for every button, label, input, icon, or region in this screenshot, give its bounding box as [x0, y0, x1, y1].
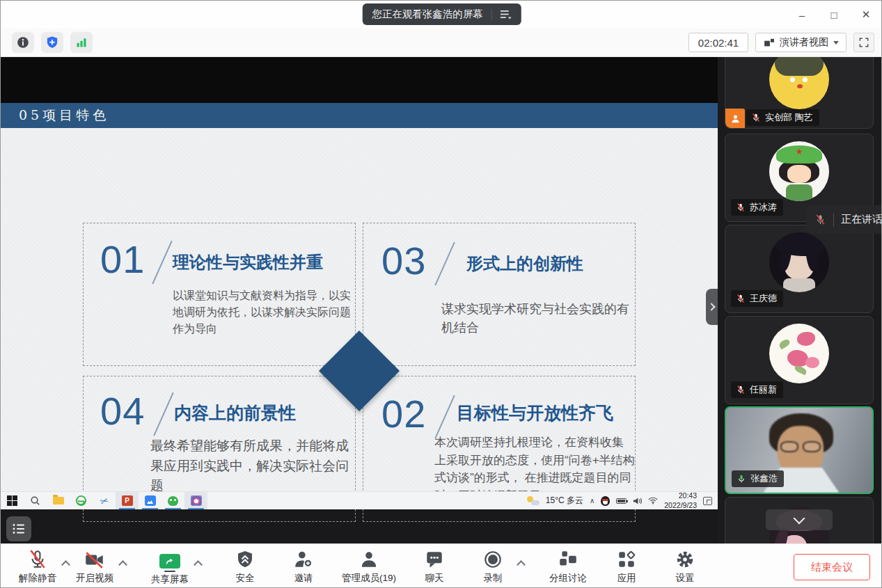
participant-tile-next[interactable] — [725, 497, 874, 543]
slide-body: 01 理论性与实践性并重 以课堂知识与文献资料为指导，以实地调研为依托，以谋求解… — [1, 128, 718, 491]
video-options-caret[interactable] — [115, 539, 130, 585]
apps-grid-icon — [616, 549, 637, 570]
chat-bubble-icon — [424, 549, 445, 570]
participant-tile-zhangxinhao[interactable]: 张鑫浩 — [725, 406, 874, 494]
meeting-app-button[interactable] — [139, 492, 162, 509]
mic-muted-icon — [736, 202, 746, 212]
end-meeting-button[interactable]: 结束会议 — [794, 554, 870, 580]
mic-muted-icon — [751, 113, 761, 122]
slide-header-title: 05项目特色 — [19, 106, 109, 125]
record-options-caret[interactable] — [513, 539, 528, 585]
screenshot-tool-button[interactable]: ✂ — [93, 492, 116, 509]
shared-desktop-taskbar: ✂ P 15°C 多云 ∧ — [1, 491, 718, 509]
view-mode-selector[interactable]: 演讲者视图 — [755, 33, 846, 52]
participant-tile-renlixin[interactable]: 任丽新 — [725, 316, 874, 404]
participant-tile-taoyi[interactable]: 实创部 陶艺 — [725, 57, 874, 129]
green-app-button[interactable] — [162, 492, 184, 509]
start-video-button[interactable]: 开启视频 — [74, 549, 115, 585]
notification-center-icon[interactable] — [703, 497, 712, 505]
avatar-art — [797, 332, 815, 346]
settings-button[interactable]: 设置 — [665, 549, 705, 585]
layout-icon — [763, 37, 775, 49]
feature-body: 最终希望能够有所成果，并能将成果应用到实践中，解决实际社会问题 — [150, 436, 352, 496]
signal-bars-icon — [74, 35, 88, 49]
audio-options-caret[interactable] — [58, 539, 73, 585]
avatar-art — [775, 57, 824, 76]
feature-body: 以课堂知识与文献资料为指导，以实地调研为依托，以谋求解决实际问题作为导向 — [173, 287, 352, 337]
network-quality-button[interactable] — [70, 32, 93, 53]
shield-plus-icon — [45, 35, 59, 49]
view-mode-label: 演讲者视图 — [780, 36, 828, 49]
participant-tile-wangqingde[interactable]: 王庆德 — [725, 225, 874, 313]
chevron-up-icon — [517, 560, 526, 569]
divider — [833, 213, 834, 227]
unmute-button[interactable]: 解除静音 — [17, 549, 58, 585]
file-explorer-button[interactable] — [47, 492, 70, 509]
browser-button[interactable] — [70, 492, 93, 509]
mic-muted-icon — [814, 214, 826, 225]
glasses-icon — [780, 441, 798, 452]
close-button[interactable]: ✕ — [859, 8, 873, 21]
manage-members-label: 管理成员(19) — [342, 572, 396, 585]
volume-icon[interactable] — [633, 497, 642, 505]
feature-title: 目标性与开放性齐飞 — [457, 402, 613, 424]
windows-logo-icon — [7, 495, 18, 507]
main-area: 05项目特色 01 理论性与实践性并重 以课堂知识与文献资料为指导，以实地调研为… — [1, 57, 882, 543]
clock[interactable]: 20:43 2022/9/23 — [664, 491, 697, 509]
qq-tray-icon[interactable] — [601, 496, 610, 506]
security-shield-button[interactable] — [41, 32, 63, 53]
viewing-banner[interactable]: 您正在观看张鑫浩的屏幕 — [362, 3, 521, 25]
clock-date: 2022/9/23 — [664, 501, 697, 510]
photos-app-button[interactable] — [184, 492, 207, 509]
weather-text[interactable]: 15°C 多云 — [546, 495, 583, 507]
minimize-button[interactable]: – — [795, 9, 809, 21]
viewing-banner-text: 您正在观看张鑫浩的屏幕 — [372, 8, 483, 21]
battery-icon[interactable] — [616, 498, 627, 504]
manage-members-button[interactable]: 管理成员(19) — [342, 549, 396, 585]
mic-muted-icon — [27, 549, 48, 570]
participant-name-chip: 任丽新 — [731, 381, 783, 398]
hidden-icons-chevron[interactable]: ∧ — [590, 497, 594, 504]
toolbar-left — [12, 32, 93, 53]
record-icon — [482, 549, 503, 570]
feature-box-01: 01 理论性与实践性并重 以课堂知识与文献资料为指导，以实地调研为依托，以谋求解… — [83, 223, 356, 366]
windows-start-button[interactable] — [1, 492, 24, 509]
participant-name-chip: 实创部 陶艺 — [746, 109, 819, 126]
record-button[interactable]: 录制 — [473, 549, 513, 585]
scroll-participants-button[interactable] — [766, 509, 833, 530]
participants-panel: 实创部 陶艺 — [718, 57, 882, 543]
meeting-info-button[interactable] — [12, 32, 34, 53]
feature-box-03: 03 形式上的创新性 谋求实现学术研究与社会实践的有机结合 — [363, 223, 636, 366]
breakout-rooms-button[interactable]: 分组讨论 — [548, 549, 588, 585]
taskbar-apps: ✂ P — [1, 492, 207, 509]
powerpoint-icon: P — [122, 495, 133, 506]
chevron-up-icon — [118, 560, 127, 569]
security-button[interactable]: 安全 — [225, 549, 265, 585]
avatar — [769, 57, 829, 109]
wifi-icon[interactable] — [648, 497, 658, 504]
share-options-caret[interactable] — [190, 539, 205, 585]
taskbar-search-button[interactable] — [24, 492, 47, 509]
panel-collapse-handle[interactable] — [706, 289, 718, 325]
green-app-icon — [168, 496, 178, 506]
participant-name: 实创部 陶艺 — [765, 111, 813, 124]
invite-button[interactable]: 邀请 — [283, 549, 324, 585]
maximize-button[interactable]: □ — [827, 9, 841, 21]
avatar-art — [778, 338, 792, 350]
switch-screen-icon[interactable] — [501, 10, 512, 19]
chat-button[interactable]: 聊天 — [414, 549, 455, 585]
participant-name-chip: 王庆德 — [731, 290, 783, 307]
avatar — [769, 232, 829, 292]
scissors-icon: ✂ — [99, 495, 109, 507]
presenter-outline-button[interactable] — [6, 516, 31, 541]
avatar-art — [776, 145, 822, 164]
apps-button[interactable]: 应用 — [606, 549, 647, 585]
share-screen-button[interactable]: 共享屏幕 — [150, 548, 190, 586]
info-icon — [16, 35, 30, 49]
mic-muted-icon — [736, 294, 746, 303]
fullscreen-button[interactable] — [853, 33, 874, 52]
participant-name: 张鑫浩 — [750, 472, 778, 485]
avatar — [769, 324, 829, 383]
powerpoint-button[interactable]: P — [116, 492, 139, 509]
meeting-timer: 02:02:41 — [688, 33, 748, 52]
